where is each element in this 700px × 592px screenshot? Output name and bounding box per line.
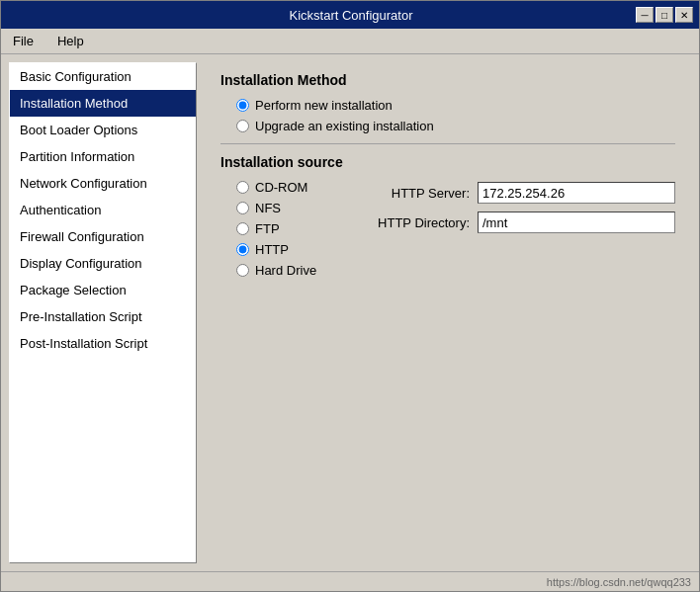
radio-cdrom[interactable]	[236, 181, 249, 194]
content-area: Basic Configuration Installation Method …	[1, 54, 699, 571]
sidebar-item-network-configuration[interactable]: Network Configuration	[10, 170, 196, 197]
sidebar-item-boot-loader-options[interactable]: Boot Loader Options	[10, 117, 196, 143]
sidebar-item-pre-installation-script[interactable]: Pre-Installation Script	[10, 303, 196, 330]
installation-source-content: CD-ROM NFS FTP HTTP	[220, 180, 675, 284]
option-perform-new: Perform new installation	[236, 98, 675, 113]
menu-bar: File Help	[1, 29, 699, 54]
installation-method-title: Installation Method	[220, 72, 675, 88]
main-window: Kickstart Configurator ─ □ ✕ File Help B…	[0, 0, 700, 592]
sidebar-item-display-configuration[interactable]: Display Configuration	[10, 250, 196, 277]
installation-source-title: Installation source	[220, 154, 675, 170]
http-directory-row: HTTP Directory:	[361, 211, 675, 233]
window-title: Kickstart Configurator	[66, 8, 636, 23]
http-directory-input[interactable]	[478, 211, 675, 233]
title-bar: Kickstart Configurator ─ □ ✕	[1, 1, 699, 29]
label-cdrom[interactable]: CD-ROM	[255, 180, 307, 195]
label-nfs[interactable]: NFS	[255, 201, 281, 215]
status-bar: https://blog.csdn.net/qwqq233	[1, 571, 699, 591]
status-text: https://blog.csdn.net/qwqq233	[547, 576, 691, 588]
maximize-button[interactable]: □	[656, 7, 673, 23]
radio-http[interactable]	[236, 243, 249, 256]
radio-hard-drive[interactable]	[236, 264, 249, 277]
sidebar-item-partition-information[interactable]: Partition Information	[10, 143, 196, 170]
option-upgrade-existing: Upgrade an existing installation	[236, 119, 675, 133]
http-directory-label: HTTP Directory:	[361, 215, 470, 230]
radio-perform-new[interactable]	[236, 99, 249, 112]
minimize-button[interactable]: ─	[636, 7, 654, 23]
label-http[interactable]: HTTP	[255, 242, 289, 257]
radio-upgrade-existing[interactable]	[236, 120, 249, 132]
sidebar: Basic Configuration Installation Method …	[9, 62, 197, 563]
sidebar-item-installation-method[interactable]: Installation Method	[10, 90, 196, 117]
sidebar-item-firewall-configuration[interactable]: Firewall Configuration	[10, 223, 196, 250]
label-perform-new[interactable]: Perform new installation	[255, 98, 393, 113]
window-controls: ─ □ ✕	[636, 7, 693, 23]
server-fields: HTTP Server: HTTP Directory:	[361, 180, 675, 284]
http-server-label: HTTP Server:	[361, 186, 470, 201]
http-server-input[interactable]	[478, 182, 675, 204]
installation-method-options: Perform new installation Upgrade an exis…	[236, 98, 675, 133]
option-cdrom: CD-ROM	[236, 180, 361, 195]
label-hard-drive[interactable]: Hard Drive	[255, 263, 316, 278]
label-upgrade-existing[interactable]: Upgrade an existing installation	[255, 119, 434, 133]
menu-file[interactable]: File	[7, 32, 40, 50]
main-panel: Installation Method Perform new installa…	[205, 62, 691, 563]
source-radios: CD-ROM NFS FTP HTTP	[236, 180, 361, 284]
divider-1	[220, 143, 675, 144]
sidebar-item-basic-configuration[interactable]: Basic Configuration	[10, 63, 196, 90]
radio-nfs[interactable]	[236, 202, 249, 214]
close-button[interactable]: ✕	[675, 7, 693, 23]
radio-ftp[interactable]	[236, 222, 249, 235]
option-http: HTTP	[236, 242, 361, 257]
option-hard-drive: Hard Drive	[236, 263, 361, 278]
option-nfs: NFS	[236, 201, 361, 215]
menu-help[interactable]: Help	[51, 32, 90, 50]
sidebar-item-package-selection[interactable]: Package Selection	[10, 277, 196, 303]
http-server-row: HTTP Server:	[361, 182, 675, 204]
sidebar-item-authentication[interactable]: Authentication	[10, 197, 196, 223]
label-ftp[interactable]: FTP	[255, 221, 280, 236]
option-ftp: FTP	[236, 221, 361, 236]
sidebar-item-post-installation-script[interactable]: Post-Installation Script	[10, 330, 196, 357]
